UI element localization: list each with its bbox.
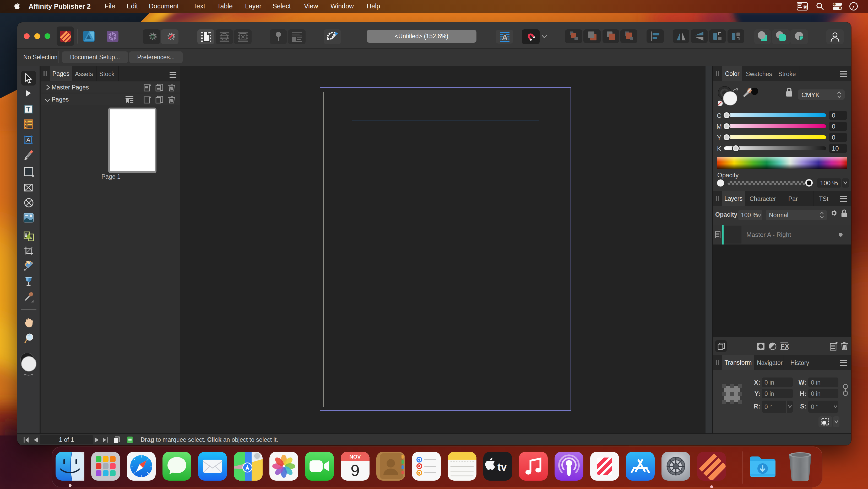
svg-text:T: T [26,105,30,113]
svg-text:A: A [26,137,30,144]
svg-text:9: 9 [351,461,360,479]
svg-text:A: A [502,33,508,41]
svg-text:tv: tv [497,461,507,473]
svg-text:NOV: NOV [349,454,361,460]
svg-text:⌘: ⌘ [803,5,807,9]
svg-text:FX: FX [780,342,789,350]
